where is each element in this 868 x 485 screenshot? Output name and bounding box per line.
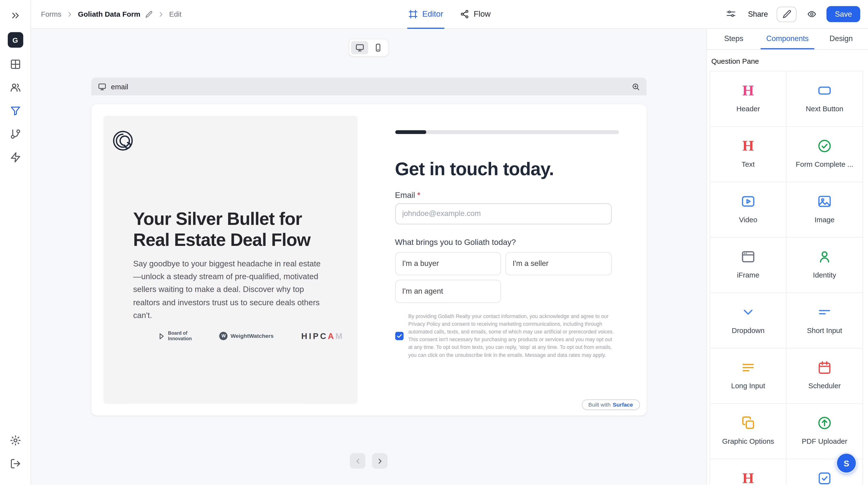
component-card-scheduler[interactable]: Scheduler — [786, 348, 863, 404]
edit-mode-button[interactable] — [777, 6, 797, 22]
chevrons-right-icon — [10, 10, 21, 21]
component-label: Short Input — [807, 326, 842, 335]
device-toggle — [349, 39, 389, 56]
consent-row: By providing Goliath Realty your contact… — [395, 313, 614, 359]
component-card-pdf-uploader[interactable]: PDF Uploader — [786, 404, 863, 459]
option-button-1[interactable]: I'm a seller — [505, 252, 612, 275]
weightwatchers-icon: W — [219, 332, 227, 340]
git-branch-icon — [10, 129, 21, 140]
user-icon — [817, 249, 832, 264]
email-field[interactable] — [395, 203, 612, 224]
share-button[interactable]: Share — [746, 7, 770, 22]
form-description: Say goodbye to your biggest headache in … — [133, 258, 326, 322]
component-label: iFrame — [737, 271, 759, 279]
component-label: Scheduler — [808, 382, 841, 390]
sidebar-item-contacts[interactable] — [5, 78, 25, 97]
sidebar-item-dashboard[interactable] — [5, 54, 25, 74]
required-asterisk: * — [417, 191, 421, 200]
component-card-short-input[interactable]: Short Input — [786, 293, 863, 349]
option-button-2[interactable]: I'm an agent — [395, 280, 501, 303]
calendar-icon — [817, 360, 832, 375]
desktop-view-button[interactable] — [351, 41, 368, 54]
component-card-video[interactable]: Video — [710, 182, 787, 238]
question-label: What brings you to Goliath today? — [395, 238, 619, 247]
badge-prefix: Built with — [588, 402, 611, 408]
workspace-logo[interactable]: G — [7, 32, 23, 48]
zap-icon — [10, 152, 21, 163]
grid-icon — [10, 59, 21, 70]
tab-steps[interactable]: Steps — [707, 29, 761, 49]
zoom-in-icon[interactable] — [631, 82, 640, 90]
option-button-0[interactable]: I'm a buyer — [395, 252, 501, 275]
component-card-dropdown[interactable]: Dropdown — [710, 293, 787, 349]
step-label: email — [111, 82, 626, 90]
consent-checkbox[interactable] — [395, 332, 403, 340]
flow-icon — [460, 9, 469, 19]
button-icon — [817, 83, 832, 98]
component-card-form-complete[interactable]: Form Complete ... — [786, 127, 863, 182]
component-label: Long Input — [731, 382, 765, 390]
client-logo: HIPCAM — [301, 332, 344, 341]
component-card-text[interactable]: HText — [710, 127, 787, 182]
components-panel: Steps Components Design Question Pane HH… — [707, 29, 868, 485]
long-lines-icon — [741, 360, 756, 375]
chevron-right-icon — [157, 10, 165, 18]
options-group: I'm a buyerI'm a sellerI'm an agent — [395, 252, 612, 303]
iframe-icon — [741, 249, 756, 264]
form-settings-button[interactable] — [723, 6, 739, 22]
component-card-iframe[interactable]: iFrame — [710, 238, 787, 293]
built-with-badge[interactable]: Built with Surface — [582, 399, 640, 410]
component-label: Identity — [813, 271, 836, 279]
component-card-partial[interactable]: H — [710, 459, 787, 485]
top-actions: Share Save — [723, 6, 868, 22]
mode-tabs: Editor Flow — [407, 0, 492, 29]
component-label: Next Button — [806, 105, 843, 113]
funnel-icon — [10, 105, 21, 116]
tab-flow[interactable]: Flow — [459, 0, 492, 29]
settings-button[interactable] — [5, 430, 25, 451]
component-label: Form Complete ... — [796, 160, 853, 168]
tab-design[interactable]: Design — [814, 29, 868, 49]
email-label: Email* — [395, 191, 619, 200]
preview-button[interactable] — [803, 6, 820, 22]
breadcrumb-forms[interactable]: Forms — [41, 10, 61, 18]
sidebar-item-forms[interactable] — [5, 101, 25, 121]
user-avatar[interactable]: S — [836, 453, 857, 474]
chevron-right-icon — [376, 457, 384, 465]
client-logos-row: Board ofInnovationWWeightWatchersHIPCAM — [157, 331, 344, 342]
component-card-header[interactable]: HHeader — [710, 72, 787, 127]
sidebar-item-workflows[interactable] — [5, 124, 25, 144]
check-circle-icon — [817, 139, 832, 153]
step-navigation — [31, 453, 707, 468]
chevron-down-icon — [741, 305, 756, 320]
short-lines-icon — [817, 305, 832, 320]
badge-brand: Surface — [613, 402, 633, 408]
eye-icon — [807, 9, 816, 19]
save-button[interactable]: Save — [827, 6, 860, 22]
form-title: Get in touch today. — [395, 159, 619, 179]
prev-step-button[interactable] — [350, 453, 365, 468]
sidebar-expand-button[interactable] — [5, 5, 25, 26]
video-icon — [741, 194, 756, 209]
monitor-icon — [355, 43, 364, 52]
tab-flow-label: Flow — [473, 9, 490, 18]
component-card-image[interactable]: Image — [786, 182, 863, 238]
users-icon — [10, 82, 21, 93]
component-card-next-button[interactable]: Next Button — [786, 72, 863, 127]
tab-editor[interactable]: Editor — [407, 0, 444, 29]
sidebar-item-automations[interactable] — [5, 147, 25, 168]
logout-button[interactable] — [5, 454, 25, 474]
tab-components[interactable]: Components — [761, 29, 814, 49]
component-card-long-input[interactable]: Long Input — [710, 348, 787, 404]
progress-bar — [395, 130, 619, 134]
component-label: Graphic Options — [722, 437, 774, 445]
board-of-innovation-icon — [157, 332, 165, 340]
next-step-button[interactable] — [372, 453, 388, 468]
mobile-view-button[interactable] — [369, 41, 386, 54]
upload-circle-icon — [817, 416, 832, 430]
component-card-graphic-options[interactable]: Graphic Options — [710, 404, 787, 459]
rename-form-icon[interactable] — [145, 10, 152, 18]
step-bar[interactable]: email — [91, 78, 646, 95]
component-card-identity[interactable]: Identity — [786, 238, 863, 293]
brand-logo-icon — [112, 130, 134, 152]
